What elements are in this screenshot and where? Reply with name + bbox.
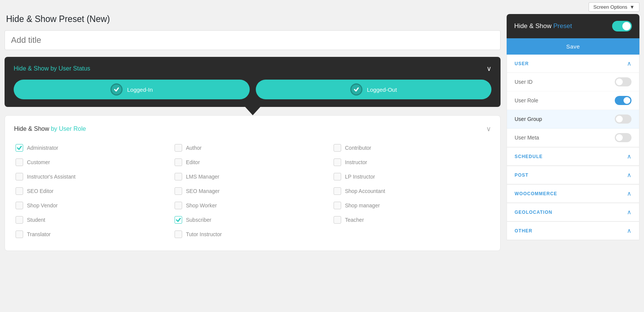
shop-worker-checkbox[interactable] — [175, 202, 182, 209]
editor-checkbox[interactable] — [175, 158, 182, 166]
user-role-panel: Hide & Show by User Role ∨ Administrator — [5, 115, 501, 251]
user-group-row: User Group — [507, 110, 639, 129]
editor-label: Editor — [186, 159, 200, 165]
list-item: Shop Accountant — [332, 184, 491, 198]
lp-instructor-checkbox[interactable] — [334, 173, 341, 180]
instructors-assistant-label: Instructor's Assistant — [27, 174, 76, 180]
other-section-title: OTHER — [515, 228, 532, 234]
customer-checkbox[interactable] — [16, 158, 23, 166]
list-item: SEO Editor — [14, 184, 173, 198]
shop-vendor-checkbox[interactable] — [16, 202, 23, 209]
tutor-instructor-checkbox[interactable] — [175, 230, 182, 238]
list-item: Editor — [173, 155, 332, 169]
instructor-checkbox[interactable] — [334, 158, 341, 166]
woocommerce-section-chevron: ∧ — [627, 190, 631, 197]
logged-out-label: Logged-Out — [367, 86, 397, 93]
post-section-header[interactable]: POST ∧ — [507, 166, 639, 184]
teacher-label: Teacher — [345, 217, 364, 223]
user-meta-row: User Meta — [507, 129, 639, 147]
instructors-assistant-checkbox[interactable] — [16, 173, 23, 180]
schedule-section-title: SCHEDULE — [515, 154, 543, 159]
list-item: Administrator — [14, 141, 173, 155]
user-id-label: User ID — [515, 79, 532, 85]
seo-editor-label: SEO Editor — [27, 188, 54, 194]
geolocation-section-header[interactable]: GEOLOCATION ∧ — [507, 203, 639, 221]
seo-manager-label: SEO Manager — [186, 188, 220, 194]
list-item: SEO Manager — [173, 184, 332, 198]
shop-manager-checkbox[interactable] — [334, 202, 341, 209]
list-item: Subscriber — [173, 213, 332, 227]
student-checkbox[interactable] — [16, 216, 23, 224]
main-layout: Hide & Show Preset (New) Hide & Show by … — [0, 14, 644, 256]
list-item: Shop Vendor — [14, 198, 173, 213]
geolocation-section-title: GEOLOCATION — [515, 210, 552, 215]
woocommerce-section-header[interactable]: WOOCOMMERCE ∧ — [507, 185, 639, 203]
user-section-chevron: ∧ — [627, 60, 631, 67]
logged-in-button[interactable]: Logged-In — [14, 80, 250, 99]
subscriber-checkbox[interactable] — [175, 216, 182, 224]
shop-accountant-checkbox[interactable] — [334, 187, 341, 195]
user-role-title: Hide & Show by User Role — [14, 125, 86, 132]
user-status-chevron[interactable]: ∨ — [487, 64, 491, 73]
page-title: Hide & Show Preset (New) — [5, 14, 501, 24]
user-role-row: User Role — [507, 91, 639, 110]
contributor-checkbox[interactable] — [334, 144, 341, 152]
lms-manager-checkbox[interactable] — [175, 173, 182, 180]
user-role-chevron[interactable]: ∨ — [486, 125, 491, 133]
screen-options-label: Screen Options — [594, 4, 628, 10]
schedule-section-header[interactable]: SCHEDULE ∧ — [507, 147, 639, 166]
author-checkbox[interactable] — [175, 144, 182, 152]
administrator-checkbox[interactable] — [16, 144, 23, 152]
sidebar-section-woocommerce: WOOCOMMERCE ∧ — [507, 185, 639, 203]
roles-grid: Administrator Customer Instructor's Assi… — [14, 141, 491, 241]
lms-manager-label: LMS Manager — [186, 174, 219, 180]
sidebar-section-post: POST ∧ — [507, 166, 639, 185]
sidebar-section-user: USER ∧ User ID User Role User Group User… — [507, 55, 639, 147]
user-status-header: Hide & Show by User Status ∨ — [14, 64, 491, 73]
list-item: Instructor's Assistant — [14, 169, 173, 184]
roles-col-2: Author Editor LMS Manager SEO Manager — [173, 141, 332, 241]
lp-instructor-label: LP Instructor — [345, 174, 375, 180]
save-button[interactable]: Save — [507, 38, 639, 55]
logged-out-button[interactable]: Logged-Out — [256, 80, 492, 99]
teacher-checkbox[interactable] — [334, 216, 341, 224]
roles-col-1: Administrator Customer Instructor's Assi… — [14, 141, 173, 241]
user-role-toggle[interactable] — [615, 96, 631, 105]
sidebar-section-geolocation: GEOLOCATION ∧ — [507, 203, 639, 222]
user-section-header[interactable]: USER ∧ — [507, 55, 639, 73]
woocommerce-section-title: WOOCOMMERCE — [515, 191, 557, 196]
list-item: Author — [173, 141, 332, 155]
list-item: LP Instructor — [332, 169, 491, 184]
user-group-toggle[interactable] — [615, 114, 631, 124]
title-input[interactable] — [5, 30, 501, 50]
list-item: Teacher — [332, 213, 491, 227]
preset-toggle[interactable] — [612, 21, 632, 31]
translator-checkbox[interactable] — [16, 230, 23, 238]
list-item: Student — [14, 213, 173, 227]
logged-in-check — [110, 83, 123, 96]
schedule-section-chevron: ∧ — [627, 153, 631, 160]
geolocation-section-chevron: ∧ — [627, 209, 631, 216]
list-item: Shop Worker — [173, 198, 332, 213]
student-label: Student — [27, 217, 45, 223]
user-id-toggle[interactable] — [615, 77, 631, 86]
user-section-title: USER — [515, 61, 529, 66]
logged-in-label: Logged-In — [127, 86, 153, 93]
post-section-chevron: ∧ — [627, 171, 631, 179]
user-meta-toggle[interactable] — [615, 133, 631, 142]
other-section-header[interactable]: OTHER ∧ — [507, 222, 639, 240]
shop-manager-label: Shop manager — [345, 202, 380, 209]
list-item: Translator — [14, 227, 173, 241]
list-item: Contributor — [332, 141, 491, 155]
user-status-title: Hide & Show by User Status — [14, 65, 90, 72]
list-item: Instructor — [332, 155, 491, 169]
screen-options-button[interactable]: Screen Options ▼ — [589, 2, 639, 12]
shop-worker-label: Shop Worker — [186, 202, 217, 209]
customer-label: Customer — [27, 159, 50, 165]
sidebar-top: Hide & Show Preset — [507, 14, 639, 38]
seo-editor-checkbox[interactable] — [16, 187, 23, 195]
content-area: Hide & Show Preset (New) Hide & Show by … — [5, 14, 501, 251]
logged-out-check — [350, 83, 362, 96]
seo-manager-checkbox[interactable] — [175, 187, 182, 195]
shop-vendor-label: Shop Vendor — [27, 202, 58, 209]
